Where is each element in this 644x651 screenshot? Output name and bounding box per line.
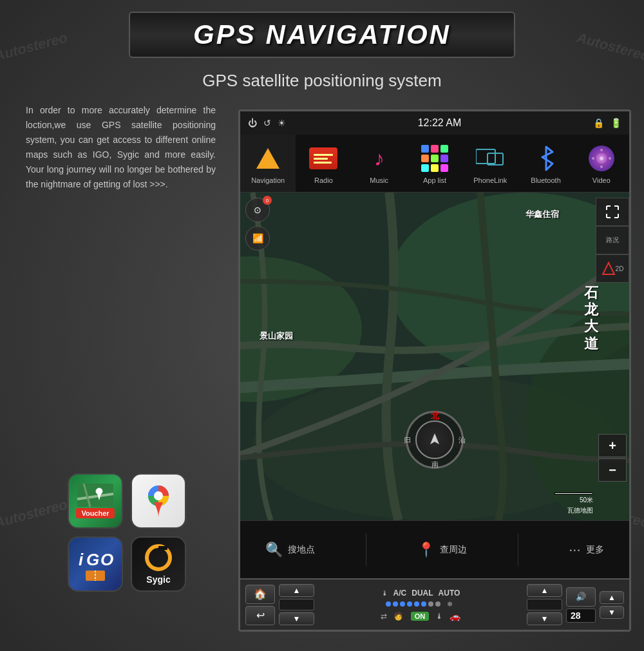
radio-line-3 <box>314 162 332 164</box>
map-ctrl-left: ⊙ 0 📶 <box>245 198 270 250</box>
brightness-icon[interactable]: ☀ <box>278 118 286 128</box>
nearby-icon: 📍 <box>417 542 435 558</box>
menu-item-navigation[interactable]: Navigation <box>240 135 296 192</box>
app-icon-sygic[interactable]: Sygic <box>131 536 186 592</box>
volume-icon-btn[interactable]: 🔊 <box>566 587 596 607</box>
menu-item-bluetooth[interactable]: Bluetooth <box>518 135 573 192</box>
right-dark-display <box>527 599 562 610</box>
right-down-btn[interactable]: ▼ <box>527 612 562 625</box>
music-icon: ♪ <box>374 147 384 171</box>
rotate-icon[interactable]: ↺ <box>263 118 271 128</box>
page-wrapper: Autostereo Autostereo Autostereo Autoste… <box>0 0 644 651</box>
menu-label-radio: Radio <box>314 176 333 184</box>
home-back-group: 🏠 ↩ <box>245 585 275 625</box>
defrost-icon: 🌡 <box>435 612 443 621</box>
svg-marker-39 <box>603 263 614 274</box>
action-divider-2 <box>518 534 518 566</box>
menu-item-video[interactable]: Video <box>574 135 629 192</box>
svg-text:G: G <box>86 550 99 569</box>
compass-south: 南 <box>431 460 439 469</box>
menu-item-applist[interactable]: App list <box>407 135 462 192</box>
phonelink-icon <box>476 147 504 170</box>
left-up-btn[interactable]: ▲ <box>279 584 314 597</box>
dual-label: DUAL <box>412 589 433 598</box>
menu-label-video: Video <box>592 176 611 184</box>
menu-item-phonelink[interactable]: PhoneLink <box>462 135 518 192</box>
action-bar: 🔍 搜地点 📍 查周边 ··· 更多 <box>240 520 629 578</box>
right-up-btn[interactable]: ▲ <box>527 584 562 597</box>
vol-up-btn[interactable]: ▲ <box>600 591 624 604</box>
lock-icon: 🔒 <box>593 118 604 128</box>
map-road-btn[interactable]: 路况 <box>596 226 629 254</box>
left-arrow-cluster: ▲ ▼ <box>279 584 314 625</box>
left-down-btn[interactable]: ▼ <box>279 612 314 625</box>
on-badge: ON <box>411 612 430 621</box>
igo-svg: i G O <box>76 547 115 571</box>
radio-icon <box>309 147 337 169</box>
seat-icon: 🧑 <box>393 612 403 621</box>
scale-subtext: 瓦德地图 <box>567 506 593 515</box>
svg-point-21 <box>600 156 603 160</box>
battery-icon: 🔋 <box>611 118 621 128</box>
map-area: ⊙ 0 📶 <box>240 193 629 520</box>
svg-marker-40 <box>430 433 439 444</box>
watermark-tr: Autostereo <box>574 29 644 64</box>
signal-icon: 📶 <box>252 233 263 243</box>
compass-area: 北 南 汕 归 <box>406 411 464 469</box>
compass-inner[interactable] <box>415 420 454 459</box>
dot-8 <box>435 601 440 607</box>
menu-label-applist: App list <box>423 176 446 184</box>
app-icon-google-maps[interactable] <box>131 473 186 529</box>
page-title: GPS NAVIGATION <box>193 19 451 50</box>
car-icon: 🚗 <box>450 611 460 621</box>
expand-icon <box>605 205 620 219</box>
svg-rect-15 <box>158 546 167 550</box>
home-btn[interactable]: 🏠 <box>245 585 275 604</box>
map-expand-btn[interactable] <box>596 198 629 226</box>
app-sq-9 <box>440 164 448 172</box>
applist-icon <box>421 145 448 172</box>
action-more[interactable]: ··· 更多 <box>569 542 603 558</box>
app-sq-8 <box>431 164 439 172</box>
dot-2 <box>393 601 398 607</box>
bluetooth-icon <box>537 146 555 171</box>
map-speed-btn[interactable]: ⊙ 0 <box>245 198 270 222</box>
menu-label-bluetooth: Bluetooth <box>531 176 560 184</box>
radio-line-1 <box>314 154 333 156</box>
action-search-place[interactable]: 🔍 搜地点 <box>265 542 315 558</box>
menu-item-music[interactable]: ♪ Music <box>352 135 407 192</box>
app-icon-igo[interactable]: i G O <box>68 536 123 592</box>
scale-text: 50米 <box>580 496 593 505</box>
ac-label: A/C <box>393 589 407 598</box>
fan-icon: ❄ <box>447 600 453 609</box>
app-sq-2 <box>431 145 439 153</box>
sygic-text: Sygic <box>146 574 170 585</box>
compass-north: 北 <box>431 410 439 422</box>
power-icon[interactable]: ⏻ <box>248 118 257 128</box>
app-sq-1 <box>421 145 429 153</box>
phonelink-icon-area <box>474 142 506 175</box>
compass-arrow-svg <box>425 430 444 449</box>
more-label: 更多 <box>586 544 604 556</box>
zoom-out-btn[interactable]: − <box>598 458 627 482</box>
watermark-bl: Autostereo <box>0 496 70 531</box>
google-maps-svg <box>139 482 178 520</box>
action-nearby[interactable]: 📍 查周边 <box>417 542 467 558</box>
radio-lines <box>314 154 333 164</box>
map-signal-btn[interactable]: 📶 <box>245 226 270 250</box>
dot-5 <box>414 601 419 607</box>
scale-line <box>554 493 593 495</box>
video-icon <box>588 145 615 172</box>
menu-label-phonelink: PhoneLink <box>473 176 507 184</box>
vol-arrow-cluster: ▲ ▼ <box>600 591 624 619</box>
dot-3 <box>400 601 405 607</box>
status-time: 12:22 AM <box>418 117 462 129</box>
vol-down-btn[interactable]: ▼ <box>600 606 624 619</box>
zoom-in-btn[interactable]: + <box>598 434 627 457</box>
watermark-tl: Autostereo <box>0 29 70 64</box>
nearby-label: 查周边 <box>440 544 467 556</box>
back-btn[interactable]: ↩ <box>245 606 275 625</box>
map-2d-btn[interactable]: 2D <box>596 254 629 283</box>
menu-item-radio[interactable]: Radio <box>296 135 351 192</box>
app-icon-sygic-maps[interactable]: Voucher <box>68 473 123 529</box>
